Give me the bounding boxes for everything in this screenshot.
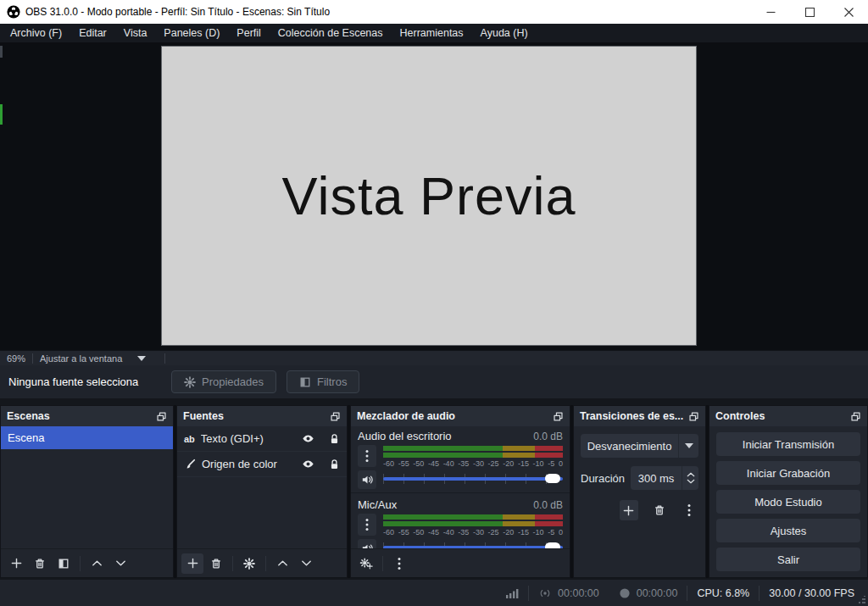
popout-icon[interactable] [688,411,699,422]
menu-archivo[interactable]: Archivo (F) [2,24,70,42]
filters-button[interactable]: Filtros [287,370,359,393]
volume-slider[interactable] [383,470,563,488]
duration-label: Duración [581,472,625,485]
preview-area[interactable]: Vista Previa [0,42,868,350]
popout-icon[interactable] [553,411,564,422]
popout-icon[interactable] [850,411,861,422]
add-source-button[interactable] [181,553,203,574]
menu-herramientas[interactable]: Herramientas [392,24,472,42]
sources-title: Fuentes [183,410,224,422]
divider [382,556,383,571]
transitions-panel-header[interactable]: Transiciones de es... [574,406,705,426]
mixer-channel-desktop-audio: Audio del escritorio 0.0 dB [351,426,570,491]
volume-slider-handle[interactable] [545,542,560,548]
duration-value: 300 ms [631,472,682,485]
obs-window: OBS 31.0.0 - Modo portable - Perfíl: Sin… [0,0,868,606]
menu-paneles[interactable]: Paneles (D) [155,24,228,42]
remove-source-button[interactable] [205,553,227,574]
divider [164,353,165,364]
visibility-eye-icon[interactable] [302,432,314,445]
scenes-panel: Escenas Escena [0,405,174,578]
properties-label: Propiedades [202,375,264,388]
controls-panel-header[interactable]: Controles [709,406,867,426]
divider [265,556,266,571]
menu-ayuda[interactable]: Ayuda (H) [472,24,537,42]
mute-button[interactable] [358,539,376,548]
sources-list[interactable]: ab Texto (GDI+) Or [177,426,347,548]
volume-meter [383,445,563,459]
controls-panel: Controles Iniciar Transmisión Iniciar Gr… [709,405,868,578]
sources-panel-header[interactable]: Fuentes [177,406,347,426]
transitions-title: Transiciones de es... [580,410,683,422]
dropdown-arrow[interactable] [678,434,698,458]
properties-button[interactable]: Propiedades [171,370,276,393]
record-timer: 00:00:00 [619,587,678,599]
stream-timer: 00:00:00 [538,587,599,599]
mixer-panel-header[interactable]: Mezclador de audio [351,406,570,426]
transitions-body: Desvanecimiento Duración 300 ms [574,426,705,520]
transition-menu-button[interactable] [680,500,698,520]
settings-button[interactable]: Ajustes [716,519,860,542]
scene-list-item[interactable]: Escena [1,426,173,449]
popout-icon[interactable] [330,411,341,422]
add-transition-button[interactable] [620,500,638,520]
source-move-down-button[interactable] [295,553,317,574]
spacer [0,398,868,405]
remove-transition-button[interactable] [650,500,669,520]
remove-scene-button[interactable] [29,553,51,574]
volume-slider[interactable] [383,538,563,548]
source-name: Origen de color [202,458,296,470]
transition-select[interactable]: Desvanecimiento [581,434,698,458]
maximize-button[interactable] [790,0,829,24]
start-recording-button[interactable]: Iniciar Grabación [716,461,860,485]
source-list-item[interactable]: Origen de color [177,452,347,477]
add-scene-button[interactable] [5,553,27,574]
scene-move-up-button[interactable] [86,553,108,574]
spin-down-icon[interactable] [687,479,695,484]
preview-canvas[interactable]: Vista Previa [161,46,697,346]
source-properties-button[interactable] [238,553,260,574]
mixer-menu-button[interactable] [388,553,410,574]
advanced-audio-button[interactable] [355,553,377,574]
menu-editar[interactable]: Editar [70,24,115,42]
close-button[interactable] [829,0,868,24]
menu-vista[interactable]: Vista [115,24,156,42]
duration-spinner[interactable]: 300 ms [631,466,698,490]
resize-grip[interactable] [858,596,865,603]
channel-menu-button[interactable] [358,514,376,536]
fit-mode-label[interactable]: Ajustar a la ventana [40,353,122,364]
title-bar: OBS 31.0.0 - Modo portable - Perfíl: Sin… [0,0,868,24]
visibility-eye-icon[interactable] [302,458,314,470]
gear-icon [243,558,255,570]
exit-button[interactable]: Salir [716,548,860,571]
scene-filters-button[interactable] [53,553,75,574]
menu-coleccion-escenas[interactable]: Colección de Escenas [270,24,392,42]
minimize-button[interactable] [751,0,790,24]
lock-icon[interactable] [329,459,340,470]
volume-slider-handle[interactable] [545,474,560,483]
mute-button[interactable] [358,470,376,489]
scenes-panel-header[interactable]: Escenas [1,406,173,426]
broadcast-icon [538,587,552,599]
text-source-icon: ab [184,434,195,444]
divider [687,586,687,601]
scenes-list[interactable]: Escena [1,426,173,548]
sources-toolbar [177,548,347,577]
source-move-up-button[interactable] [271,553,293,574]
channel-menu-button[interactable] [358,445,376,467]
menu-perfil[interactable]: Perfil [228,24,269,42]
connection-bars-icon [505,587,519,599]
lock-icon[interactable] [329,433,340,445]
popout-icon[interactable] [156,411,167,422]
studio-mode-button[interactable]: Modo Estudio [716,490,860,514]
spin-up-icon[interactable] [687,472,695,477]
source-list-item[interactable]: ab Texto (GDI+) [177,426,347,452]
start-streaming-button[interactable]: Iniciar Transmisión [716,432,860,456]
stream-time: 00:00:00 [558,587,599,599]
chevron-down-icon[interactable] [137,356,146,361]
scene-move-down-button[interactable] [109,553,131,574]
dock-area: Escenas Escena [0,405,868,578]
plus-icon [10,557,23,570]
kebab-icon [687,503,691,517]
meter-scale: -60-55-50-45-40-35-30-25-20-15-10-50 [383,459,563,468]
